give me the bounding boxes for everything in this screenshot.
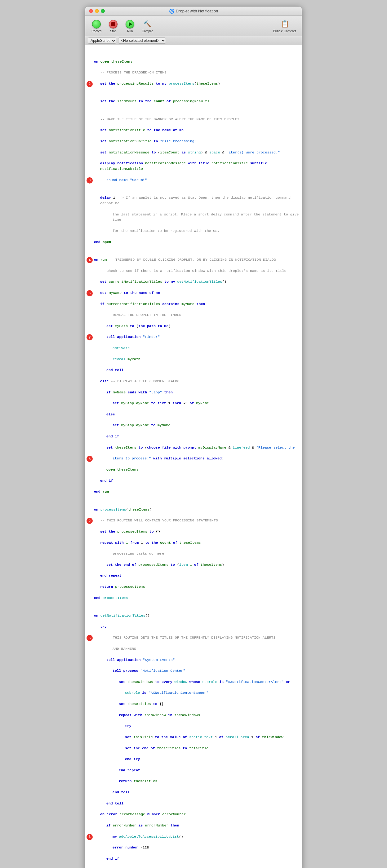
- maximize-button[interactable]: [101, 9, 105, 13]
- badge-2: 2: [87, 81, 93, 87]
- badge-3: 3: [87, 177, 93, 184]
- language-selector[interactable]: AppleScript: [88, 37, 116, 44]
- traffic-lights: [89, 9, 105, 13]
- minimize-button[interactable]: [95, 9, 99, 13]
- stop-button[interactable]: Stop: [105, 18, 121, 34]
- stop-icon: [109, 20, 118, 29]
- code-editor[interactable]: on open theseItems -- PROCESS THE DRAGGE…: [85, 45, 302, 868]
- bundle-label: Bundle Contents: [273, 29, 296, 33]
- title-icon: 🌀: [169, 9, 174, 13]
- element-selector[interactable]: <No selected element>: [118, 37, 166, 44]
- badge-4: 4: [87, 257, 93, 263]
- compile-label: Compile: [142, 29, 153, 33]
- bundle-icon: 📋: [280, 19, 290, 29]
- badge-7: 7: [87, 334, 93, 340]
- run-button[interactable]: Run: [122, 18, 138, 34]
- run-icon: [126, 20, 134, 29]
- compile-button[interactable]: 🔨 Compile: [139, 18, 156, 34]
- close-button[interactable]: [89, 9, 93, 13]
- stop-label: Stop: [110, 29, 117, 33]
- record-label: Record: [91, 29, 101, 33]
- badge-5b: 5: [87, 635, 93, 641]
- record-icon: [92, 20, 101, 29]
- badge-2b: 2: [87, 518, 93, 524]
- selector-bar: AppleScript <No selected element>: [85, 36, 302, 45]
- run-label: Run: [127, 29, 133, 33]
- record-button[interactable]: Record: [88, 18, 105, 34]
- title-bar: 🌀 Droplet with Notification: [85, 6, 302, 16]
- app-window: 🌀 Droplet with Notification Record Stop: [85, 6, 302, 868]
- badge-5a: 5: [87, 290, 93, 297]
- badge-8: 8: [87, 456, 93, 462]
- compile-icon: 🔨: [143, 20, 152, 29]
- toolbar: Record Stop Run 🔨 Compile: [85, 16, 302, 36]
- bundle-contents-button[interactable]: 📋 Bundle Contents: [271, 18, 299, 34]
- badge-6a: 6: [87, 834, 93, 840]
- window-title: 🌀 Droplet with Notification: [169, 9, 218, 13]
